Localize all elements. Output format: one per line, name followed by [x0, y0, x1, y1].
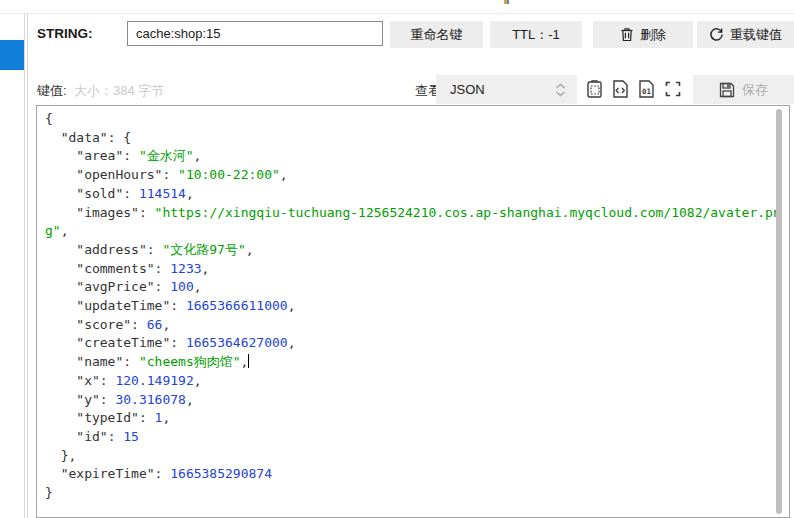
rename-key-button[interactable]: 重命名键: [390, 21, 483, 48]
binary-file-icon: 01: [638, 79, 655, 99]
copy-value-button[interactable]: [584, 77, 605, 101]
ttl-button[interactable]: TTL：-1: [490, 21, 582, 48]
json-line: "name": "cheems狗肉馆",: [45, 353, 781, 372]
json-code: { "data": { "area": "金水河", "openHours": …: [37, 106, 789, 517]
json-line: },: [45, 447, 781, 466]
trash-icon: [620, 27, 634, 42]
window-top-strip: [0, 0, 794, 14]
json-line: "images": "https://xingqiu-tuchuang-1256…: [45, 204, 781, 223]
save-label: 保存: [742, 81, 768, 99]
format-dropdown[interactable]: JSON: [436, 75, 577, 104]
json-line: "createTime": 1665364627000,: [45, 334, 781, 353]
code-view-button[interactable]: [610, 77, 631, 101]
json-line: "sold": 114514,: [45, 185, 781, 204]
value-bar: 键值: 大小：384 字节 查看 JSON: [28, 72, 794, 108]
json-line: "typeId": 1,: [45, 409, 781, 428]
binary-view-button[interactable]: 01: [636, 77, 657, 101]
json-line: }: [45, 484, 781, 503]
json-line: "area": "金水河",: [45, 147, 781, 166]
code-file-icon: [612, 79, 629, 99]
editor-scrollbar[interactable]: [776, 109, 782, 514]
json-line: "id": 15: [45, 428, 781, 447]
json-line: "updateTime": 1665366611000,: [45, 297, 781, 316]
json-line: "address": "文化路97号",: [45, 241, 781, 260]
value-editor[interactable]: { "data": { "area": "金水河", "openHours": …: [36, 105, 790, 518]
ttl-label: TTL：-1: [512, 26, 560, 44]
json-line: "openHours": "10:00-22:00",: [45, 166, 781, 185]
chevron-up-down-icon: [554, 82, 577, 98]
clipboard-copy-icon: [586, 79, 604, 99]
json-line: "data": {: [45, 129, 781, 148]
svg-text:01: 01: [642, 87, 652, 96]
text-caret: [248, 354, 249, 368]
json-line: "avgPrice": 100,: [45, 278, 781, 297]
key-editor-panel: STRING: 重命名键 TTL：-1 删除: [28, 14, 794, 518]
floppy-icon: [719, 82, 735, 98]
delete-key-button[interactable]: 删除: [593, 21, 693, 48]
reload-value-button[interactable]: 重载键值: [697, 21, 794, 48]
format-selected-value: JSON: [450, 82, 554, 97]
json-line: "score": 66,: [45, 316, 781, 335]
view-icon-group: 01: [584, 77, 683, 101]
key-type-label: STRING:: [37, 26, 93, 41]
window-tab-icon-clipped: [504, 0, 509, 4]
value-label: 键值:: [37, 82, 67, 100]
rename-key-label: 重命名键: [411, 26, 463, 44]
json-line: g",: [45, 222, 781, 241]
value-size-label: 大小：384 字节: [74, 82, 164, 100]
fullscreen-button[interactable]: [662, 77, 683, 101]
json-line: {: [45, 110, 781, 129]
key-name-input[interactable]: [127, 21, 383, 46]
key-toolbar: STRING: 重命名键 TTL：-1 删除: [28, 14, 794, 60]
active-tab-accent[interactable]: [0, 40, 24, 70]
delete-key-label: 删除: [640, 26, 666, 44]
fullscreen-icon: [665, 81, 681, 97]
refresh-icon: [709, 27, 724, 42]
reload-value-label: 重载键值: [730, 26, 782, 44]
save-button[interactable]: 保存: [693, 75, 794, 104]
json-line: "expireTime": 1665385290874: [45, 465, 781, 484]
json-line: "x": 120.149192,: [45, 372, 781, 391]
left-rail: [0, 14, 25, 518]
json-line: "y": 30.316078,: [45, 391, 781, 410]
json-line: "comments": 1233,: [45, 260, 781, 279]
